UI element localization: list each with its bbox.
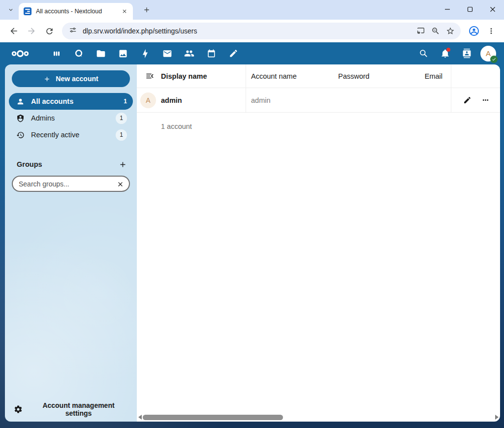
row-password: [338, 88, 397, 112]
browser-menu-icon[interactable]: [483, 23, 499, 39]
content-container: New account All accounts 1 Admins 1: [5, 64, 500, 422]
files-icon[interactable]: [90, 42, 112, 64]
reload-icon[interactable]: [40, 22, 58, 40]
row-email: [397, 88, 451, 112]
row-display-name: admin: [161, 96, 182, 104]
column-display-name: Display name: [161, 72, 207, 80]
avatar-letter: A: [486, 49, 491, 58]
browser-tab[interactable]: All accounts - Nextcloud: [19, 3, 133, 20]
zoom-icon[interactable]: [428, 24, 443, 38]
user-avatar[interactable]: A: [480, 46, 496, 61]
group-search: [12, 176, 130, 192]
row-actions: [451, 88, 500, 112]
row-account-name: admin: [246, 88, 338, 112]
url-bar[interactable]: dlp.srv.world/index.php/settings/users: [62, 23, 461, 39]
settings-label: Account management settings: [29, 401, 128, 417]
table-row[interactable]: A admin admin: [137, 88, 500, 113]
site-settings-icon[interactable]: [69, 26, 77, 36]
sidebar-item-label: All accounts: [31, 97, 124, 105]
sidebar-item-admins[interactable]: Admins 1: [9, 110, 133, 126]
tab-title: All accounts - Nextcloud: [36, 8, 120, 15]
tab-close-icon[interactable]: [120, 7, 129, 16]
shield-account-icon: [16, 114, 25, 122]
unified-search-icon[interactable]: [412, 43, 434, 64]
contacts-menu-icon[interactable]: [456, 43, 477, 64]
column-password: Password: [338, 64, 397, 88]
account-icon: [16, 97, 25, 106]
accounts-sidebar: New account All accounts 1 Admins 1: [5, 64, 137, 422]
groups-label: Groups: [17, 160, 116, 168]
activity-icon[interactable]: [134, 42, 156, 64]
browser-toolbar: dlp.srv.world/index.php/settings/users: [0, 20, 504, 42]
window-controls: [436, 0, 504, 19]
close-button[interactable]: [481, 0, 504, 19]
browser-profile-icon[interactable]: [465, 22, 483, 40]
column-account-name: Account name: [246, 64, 338, 88]
account-count: 1: [116, 129, 127, 141]
new-account-label: New account: [56, 75, 98, 83]
url-text: dlp.srv.world/index.php/settings/users: [83, 27, 413, 35]
column-email: Email: [397, 64, 451, 88]
row-avatar: A: [140, 92, 156, 108]
talk-icon[interactable]: [67, 42, 90, 64]
contacts-icon[interactable]: [178, 42, 200, 64]
install-app-icon[interactable]: [413, 24, 428, 38]
app-menu: [45, 42, 245, 64]
gear-icon: [14, 405, 23, 414]
row-more-icon[interactable]: [477, 92, 494, 109]
account-count: 1: [116, 113, 127, 124]
new-tab-button[interactable]: [140, 3, 154, 17]
nextcloud-header: A: [0, 42, 504, 64]
nextcloud-logo-icon[interactable]: [6, 49, 34, 58]
minimize-button[interactable]: [436, 0, 459, 19]
sidebar-item-label: Admins: [31, 114, 116, 122]
horizontal-scrollbar[interactable]: [137, 414, 500, 421]
calendar-icon[interactable]: [200, 42, 222, 64]
row-avatar-letter: A: [146, 96, 150, 104]
new-account-button[interactable]: New account: [12, 70, 130, 87]
tab-strip: All accounts - Nextcloud: [0, 0, 504, 20]
scrollbar-thumb[interactable]: [143, 415, 283, 420]
clear-search-icon[interactable]: [113, 177, 127, 191]
account-management-settings-button[interactable]: Account management settings: [5, 397, 137, 422]
tab-search-icon[interactable]: [4, 3, 18, 17]
table-header: Display name Account name Password Email: [137, 64, 500, 88]
notifications-bell-icon[interactable]: [434, 43, 456, 64]
account-count-summary: 1 account: [137, 113, 500, 130]
column-actions: [451, 64, 500, 88]
collapse-sidebar-icon[interactable]: [144, 71, 155, 82]
accounts-main: Display name Account name Password Email…: [137, 64, 500, 422]
back-icon[interactable]: [5, 22, 23, 40]
sidebar-item-recently-active[interactable]: Recently active 1: [9, 126, 133, 143]
account-count: 1: [124, 98, 127, 105]
browser-window: All accounts - Nextcloud: [0, 0, 504, 428]
nextcloud-settings-favicon: [24, 7, 32, 15]
scroll-left-icon[interactable]: [138, 415, 142, 420]
bookmark-star-icon[interactable]: [443, 24, 458, 38]
mail-icon[interactable]: [156, 42, 178, 64]
sidebar-item-all-accounts[interactable]: All accounts 1: [9, 93, 133, 110]
search-groups-input[interactable]: [12, 176, 130, 192]
notification-dot: [446, 48, 450, 52]
history-icon: [16, 131, 25, 139]
status-check-icon: [490, 56, 498, 63]
maximize-button[interactable]: [459, 0, 481, 19]
nextcloud-page: A New account All accounts: [0, 42, 504, 428]
sidebar-item-label: Recently active: [31, 131, 116, 139]
dashboard-icon[interactable]: [45, 42, 67, 64]
photos-icon[interactable]: [112, 42, 134, 64]
groups-section-header: Groups: [17, 158, 129, 171]
scroll-right-icon[interactable]: [495, 415, 499, 420]
forward-icon[interactable]: [23, 22, 40, 40]
header-right: A: [412, 43, 500, 64]
edit-pencil-icon[interactable]: [459, 92, 475, 109]
add-group-icon[interactable]: [116, 158, 129, 171]
notes-icon[interactable]: [222, 42, 245, 64]
